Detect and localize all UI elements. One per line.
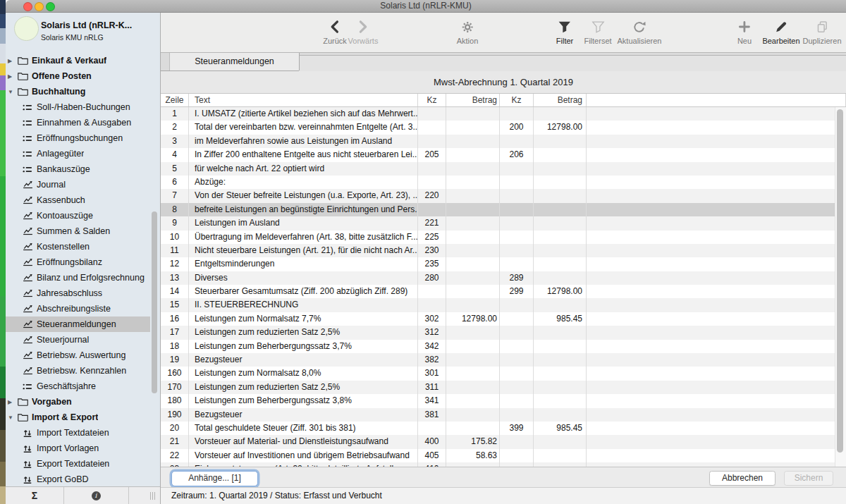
- sidebar-item-abschreibungsliste[interactable]: Abschreibungsliste: [6, 301, 160, 316]
- disclosure-collapsed-icon[interactable]: ▶: [6, 58, 18, 64]
- toolbar-button-aktion[interactable]: Aktion: [457, 18, 479, 45]
- sidebar-item-betriebsw-kennzahlen[interactable]: Betriebsw. Kennzahlen: [6, 363, 160, 379]
- cell-text: Total geschuldete Steuer (Ziff. 301 bis …: [189, 422, 418, 435]
- column-header-zeile-0[interactable]: Zeile: [161, 94, 189, 106]
- table-row-11[interactable]: 11Nicht steuerbare Leistungen (Art. 21),…: [161, 244, 846, 257]
- toolbar-button-bearbeiten[interactable]: Bearbeiten: [762, 18, 799, 45]
- table-row-160[interactable]: 160Leistungen zum Normalsatz 8,0%301: [161, 367, 846, 380]
- table-row-19[interactable]: 19Bezugsteuer382: [161, 353, 846, 367]
- cell-kz: 312: [418, 326, 446, 339]
- cell-text: im Meldeverfahren sowie aus Leistungen i…: [189, 135, 418, 148]
- sidebar-item-einkauf-verkauf[interactable]: ▶Einkauf & Verkauf: [6, 53, 160, 68]
- table-row-170[interactable]: 170Leistungen zum reduzierten Satz 2,5%3…: [161, 381, 846, 394]
- disclosure-expanded-icon[interactable]: ▼: [6, 89, 18, 95]
- minimize-window-button[interactable]: [35, 2, 44, 11]
- sidebar-item-import-textdateien[interactable]: Import Textdateien: [6, 425, 160, 441]
- sidebar-item-eröffnungsbilanz[interactable]: Eröffnungsbilanz: [6, 254, 160, 270]
- attachments-button[interactable]: Anhänge... [1]: [171, 471, 258, 486]
- toolbar-button-aktualisieren[interactable]: Aktualisieren: [618, 18, 662, 45]
- sidebar-item-betriebsw-auswertung[interactable]: Betriebsw. Auswertung: [6, 348, 160, 363]
- table-row-18[interactable]: 18Leistungen zum Beherbergungssatz 3,7%3…: [161, 340, 846, 353]
- sidebar-scrollbar-thumb[interactable]: [152, 211, 157, 393]
- sidebar-item-kostenstellen[interactable]: Kostenstellen: [6, 239, 160, 254]
- table-row-1[interactable]: 1I. UMSATZ (zitierte Artikel beziehen si…: [161, 107, 846, 121]
- cell-kz: 221: [418, 216, 446, 230]
- table-row-9[interactable]: 9Leistungen im Ausland221: [161, 216, 846, 230]
- toolbar-button-neu[interactable]: Neu: [737, 18, 752, 45]
- folder-icon: [18, 56, 32, 65]
- table-row-17[interactable]: 17Leistungen zum reduzierten Satz 2,5%31…: [161, 326, 846, 339]
- table-row-21[interactable]: 21Vorsteuer auf Material- und Dienstleis…: [161, 435, 846, 448]
- zoom-window-button[interactable]: [46, 2, 55, 11]
- toolbar-button-filter[interactable]: Filter: [556, 18, 573, 45]
- table-row-6[interactable]: 6Abzüge:: [161, 176, 846, 189]
- table-row-190[interactable]: 190Bezugsteuer381: [161, 408, 846, 422]
- sidebar-item-label: Kassenbuch: [37, 195, 85, 205]
- sidebar-item-jahresabschluss[interactable]: Jahresabschluss: [6, 285, 160, 301]
- table-row-4[interactable]: 4In Ziffer 200 enthaltene Entgelte aus n…: [161, 148, 846, 161]
- cell-betrag: [446, 244, 500, 257]
- toolbar-button-filterset[interactable]: Filterset: [584, 18, 611, 45]
- sidebar-item-steuerjournal[interactable]: Steuerjournal: [6, 332, 160, 348]
- close-window-button[interactable]: [23, 2, 32, 11]
- disclosure-collapsed-icon[interactable]: ▶: [6, 73, 18, 80]
- sidebar-item-buchhaltung[interactable]: ▼Buchhaltung: [6, 84, 160, 99]
- sidebar-item-import-export[interactable]: ▼Import & Export: [6, 410, 160, 425]
- disclosure-collapsed-icon[interactable]: ▶: [6, 399, 18, 405]
- cell-zeile: 3: [161, 135, 189, 148]
- column-header-kz-2[interactable]: Kz: [418, 94, 446, 106]
- table-row-5[interactable]: 5für welche nach Art. 22 optiert wird: [161, 162, 846, 176]
- table-row-7[interactable]: 7Von der Steuer befreite Leistungen (u.a…: [161, 189, 846, 202]
- table-row-8[interactable]: 8befreite Leistungen an begünstigte Einr…: [161, 203, 846, 216]
- sidebar-item-vorgaben[interactable]: ▶Vorgaben: [6, 394, 160, 410]
- sidebar-item-steueranmeldungen[interactable]: Steueranmeldungen: [6, 316, 150, 332]
- sidebar-item-summen-salden[interactable]: Summen & Salden: [6, 223, 160, 239]
- toolbar-button-duplizieren[interactable]: Duplizieren: [802, 18, 841, 45]
- cancel-button[interactable]: Abbrechen: [709, 471, 776, 486]
- toolbar-button-vorwaerts[interactable]: Vorwärts: [348, 18, 379, 45]
- disclosure-expanded-icon[interactable]: ▼: [6, 414, 18, 421]
- sidebar-item-soll-haben-buchungen[interactable]: Soll-/Haben-Buchungen: [6, 99, 160, 115]
- table-row-15[interactable]: 15II. STEUERBERECHNUNG: [161, 298, 846, 312]
- sum-button[interactable]: Σ: [6, 487, 63, 504]
- column-header-text-1[interactable]: Text: [189, 94, 418, 106]
- column-header-betrag-3[interactable]: Betrag: [446, 94, 500, 106]
- sidebar-item-kontoauszüge[interactable]: Kontoauszüge: [6, 208, 160, 223]
- cell-filler: [587, 312, 846, 326]
- cell-text: Total der vereinbarten bzw. vereinnahmte…: [189, 121, 418, 134]
- sidebar-item-export-textdateien[interactable]: Export Textdateien: [6, 456, 160, 472]
- table-row-3[interactable]: 3im Meldeverfahren sowie aus Leistungen …: [161, 135, 846, 148]
- table-scrollbar-thumb[interactable]: [837, 109, 843, 453]
- info-button[interactable]: i: [63, 487, 128, 504]
- table-row-22[interactable]: 22Vorsteuer auf Investitionen und übrige…: [161, 449, 846, 462]
- column-header-betrag-5[interactable]: Betrag: [534, 94, 587, 106]
- table-row-2[interactable]: 2Total der vereinbarten bzw. vereinnahmt…: [161, 121, 846, 134]
- table-row-13[interactable]: 13Diverses280289: [161, 271, 846, 285]
- table-row-180[interactable]: 180Leistungen zum Beherbergungssatz 3,8%…: [161, 394, 846, 407]
- save-button[interactable]: Sichern: [784, 471, 833, 486]
- tab-steueranmeldungen[interactable]: Steueranmeldungen: [169, 53, 300, 70]
- sidebar-item-export-gobd[interactable]: Export GoBD: [6, 472, 160, 486]
- cell-kz: 342: [418, 340, 446, 353]
- sidebar-item-bankauszüge[interactable]: Bankauszüge: [6, 161, 160, 177]
- table-row-12[interactable]: 12Entgeltsminderungen235: [161, 257, 846, 271]
- column-header-kz-4[interactable]: Kz: [500, 94, 534, 106]
- table-row-16[interactable]: 16Leistungen zum Normalsatz 7,7%30212798…: [161, 312, 846, 326]
- sidebar-item-einnahmen-ausgaben[interactable]: Einnahmen & Ausgaben: [6, 115, 160, 130]
- sidebar-item-kassenbuch[interactable]: Kassenbuch: [6, 192, 160, 208]
- sidebar-item-import-vorlagen[interactable]: Import Vorlagen: [6, 441, 160, 456]
- splitter-drag-handle[interactable]: [150, 492, 160, 500]
- sidebar-item-journal[interactable]: Journal: [6, 177, 160, 192]
- sidebar-item-anlagegüter[interactable]: Anlagegüter: [6, 146, 160, 161]
- table-row-20[interactable]: 20Total geschuldete Steuer (Ziff. 301 bi…: [161, 422, 846, 435]
- sidebar-item-offene-posten[interactable]: ▶Offene Posten: [6, 68, 160, 84]
- sidebar-item-bilanz-und-erfolgsrechnung[interactable]: Bilanz und Erfolgsrechnung: [6, 270, 160, 285]
- cell-zeile: 13: [161, 271, 189, 285]
- toolbar-button-zurueck[interactable]: Zurück: [323, 18, 347, 45]
- cell-betrag2: [534, 176, 587, 189]
- sidebar-item-eröffnungsbuchungen[interactable]: Eröffnungsbuchungen: [6, 130, 160, 146]
- sidebar-tree: ▶Einkauf & Verkauf▶Offene Posten▼Buchhal…: [6, 53, 160, 486]
- table-row-14[interactable]: 14Steuerbarer Gesamtumsatz (Ziff. 200 ab…: [161, 285, 846, 298]
- table-row-10[interactable]: 10Übertragung im Meldeverfahren (Art. 38…: [161, 231, 846, 244]
- sidebar-item-geschäftsjahre[interactable]: Geschäftsjahre: [6, 379, 160, 394]
